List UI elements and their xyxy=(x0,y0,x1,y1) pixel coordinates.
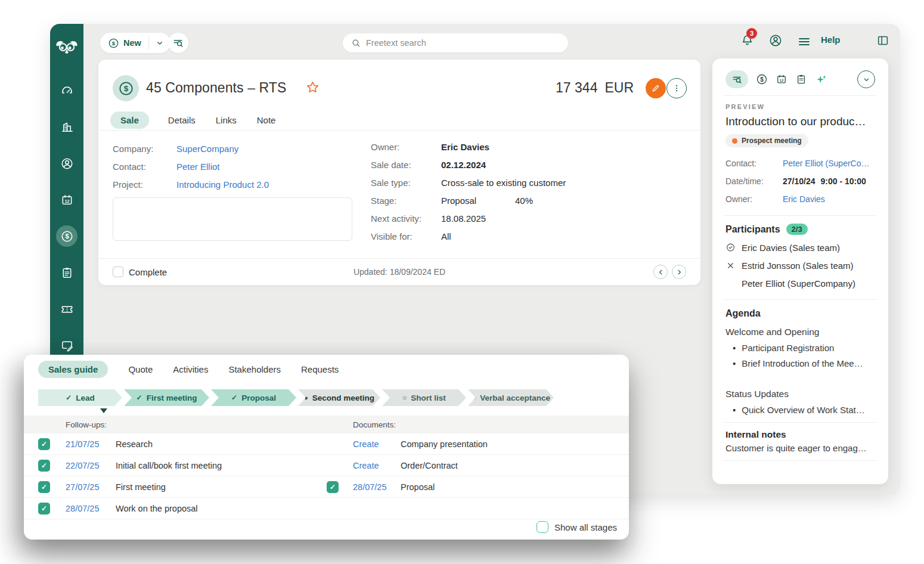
participant-name: Eric Davies (Sales team) xyxy=(742,243,840,253)
contact-link[interactable]: Peter Elliot (SuperCo… xyxy=(783,159,870,168)
main-menu-button[interactable] xyxy=(797,35,811,49)
search-icon xyxy=(351,38,361,48)
dashboard-gauge-icon xyxy=(60,84,74,98)
sale-title: 45 Components – RTS xyxy=(146,80,286,96)
sidebar-item-company[interactable] xyxy=(56,116,77,138)
stage-second-meeting[interactable]: ● Second meeting xyxy=(298,389,380,406)
document-date-link[interactable]: 28/07/25 xyxy=(353,482,386,492)
preview-title: Introduction to our produc… xyxy=(725,115,875,128)
field-company: Company: SuperCompany xyxy=(113,140,369,157)
next-record-button[interactable] xyxy=(672,265,686,279)
followup-checkbox[interactable]: ✓ xyxy=(38,503,50,515)
tab-quote[interactable]: Quote xyxy=(128,361,153,378)
help-link[interactable]: Help xyxy=(821,35,841,45)
preview-tab-summary[interactable] xyxy=(725,70,748,88)
list-search-icon xyxy=(172,37,184,49)
followup-date-link[interactable]: 21/07/25 xyxy=(66,439,99,449)
stage-proposal[interactable]: ✓ Proposal xyxy=(211,389,296,406)
find-button[interactable] xyxy=(168,33,188,53)
participant-row: Eric Davies (Sales team) xyxy=(725,238,875,256)
sidebar-item-diary[interactable]: 12 xyxy=(56,189,77,210)
prev-record-button[interactable] xyxy=(653,265,668,279)
field-contact: Contact: Peter Elliot xyxy=(113,157,369,175)
sidebar-item-dashboard[interactable] xyxy=(56,80,77,101)
meeting-date: 27/10/24 xyxy=(783,176,816,186)
svg-text:$: $ xyxy=(760,76,764,83)
stage-lead[interactable]: ✓ Lead xyxy=(38,389,122,406)
new-button-label: New xyxy=(123,38,141,48)
owl-logo[interactable] xyxy=(55,38,79,57)
sidebar-item-contact[interactable] xyxy=(56,153,77,174)
collapse-preview-button[interactable] xyxy=(857,70,875,88)
sidebar-item-project[interactable] xyxy=(56,262,77,283)
agenda-bullet: • Brief Introduction of the Mee… xyxy=(725,358,875,368)
stage-short-list[interactable]: ○ Short list xyxy=(382,389,466,406)
complete-checkbox[interactable] xyxy=(113,266,123,277)
tab-sale[interactable]: Sale xyxy=(110,111,149,129)
side-panel-toggle[interactable] xyxy=(876,34,889,47)
document-create-link[interactable]: Create xyxy=(353,439,379,449)
tab-details[interactable]: Details xyxy=(167,111,197,129)
sale-card: $ 45 Components – RTS 17 344 EUR xyxy=(98,60,700,285)
document-name: Order/Contract xyxy=(401,461,458,470)
followup-date-link[interactable]: 28/07/25 xyxy=(66,504,99,513)
documents-column-header: Documents: xyxy=(353,420,396,429)
company-link[interactable]: SuperCompany xyxy=(176,144,238,154)
notification-count-badge: 3 xyxy=(746,28,757,39)
field-stage: Stage: Proposal 40% xyxy=(371,191,687,209)
preview-tab-tasks[interactable] xyxy=(795,73,807,85)
search-input[interactable] xyxy=(366,38,560,48)
preview-tab-calendar[interactable]: 12 xyxy=(776,73,787,85)
meeting-time: 9:00 - 10:00 xyxy=(821,176,866,186)
contact-link[interactable]: Peter Elliot xyxy=(176,162,220,172)
field-label: Company: xyxy=(113,144,176,154)
sidebar-item-sale[interactable]: $ xyxy=(56,225,77,247)
field-label: Contact: xyxy=(725,159,783,168)
show-all-stages-checkbox[interactable] xyxy=(537,521,548,533)
status-dot xyxy=(732,138,737,144)
check-icon: ✓ xyxy=(66,394,72,401)
calendar-icon: 12 xyxy=(60,193,74,207)
followup-date-link[interactable]: 22/07/25 xyxy=(66,461,99,470)
edit-button[interactable] xyxy=(646,78,666,98)
field-label: Project: xyxy=(113,179,176,190)
stage-verbal-acceptance[interactable]: ○ Verbal acceptance xyxy=(468,389,554,406)
agenda-heading: Agenda xyxy=(725,308,875,319)
project-link[interactable]: Introducing Product 2.0 xyxy=(176,179,269,190)
new-button-main[interactable]: $ New xyxy=(100,33,148,53)
sale-note-field[interactable] xyxy=(113,197,352,241)
tab-sales-guide[interactable]: Sales guide xyxy=(38,361,108,378)
followup-date-link[interactable]: 27/07/25 xyxy=(66,482,99,492)
tab-note[interactable]: Note xyxy=(256,111,277,129)
freetext-search xyxy=(343,33,568,52)
preview-tab-sale[interactable]: $ xyxy=(756,73,768,85)
stage-first-meeting[interactable]: ✓ First meeting xyxy=(124,389,209,406)
document-checkbox[interactable]: ✓ xyxy=(327,481,339,493)
favorite-star-icon[interactable] xyxy=(305,80,320,95)
tab-requests[interactable]: Requests xyxy=(301,361,339,378)
field-label: Visible for: xyxy=(371,231,441,241)
field-label: Owner: xyxy=(371,142,441,152)
profile-button[interactable] xyxy=(768,33,783,48)
preview-tab-ai[interactable] xyxy=(815,73,827,86)
participant-row: Estrid Jonsson (Sales team) xyxy=(725,256,875,274)
tab-activities[interactable]: Activities xyxy=(173,361,208,378)
sidebar-item-ticket[interactable] xyxy=(56,298,77,320)
document-create-link[interactable]: Create xyxy=(353,461,379,470)
followup-checkbox[interactable]: ✓ xyxy=(38,460,50,472)
followup-checkbox[interactable]: ✓ xyxy=(38,438,50,450)
owner-link[interactable]: Eric Davies xyxy=(783,194,825,204)
company-building-icon xyxy=(60,120,74,134)
new-button-dropdown[interactable] xyxy=(149,33,170,53)
bullet-dot: • xyxy=(733,358,736,368)
sidebar-item-selection[interactable] xyxy=(56,334,77,356)
preview-panel: $ 12 xyxy=(712,58,888,484)
followup-checkbox[interactable]: ✓ xyxy=(38,481,50,493)
ticket-icon xyxy=(60,302,74,316)
tab-stakeholders[interactable]: Stakeholders xyxy=(228,361,281,378)
field-label: Owner: xyxy=(725,194,783,204)
tab-links[interactable]: Links xyxy=(215,111,238,129)
badge-label: Prospect meeting xyxy=(742,137,802,145)
followups-column-header: Follow-ups: xyxy=(66,420,107,429)
more-actions-button[interactable] xyxy=(666,78,687,98)
